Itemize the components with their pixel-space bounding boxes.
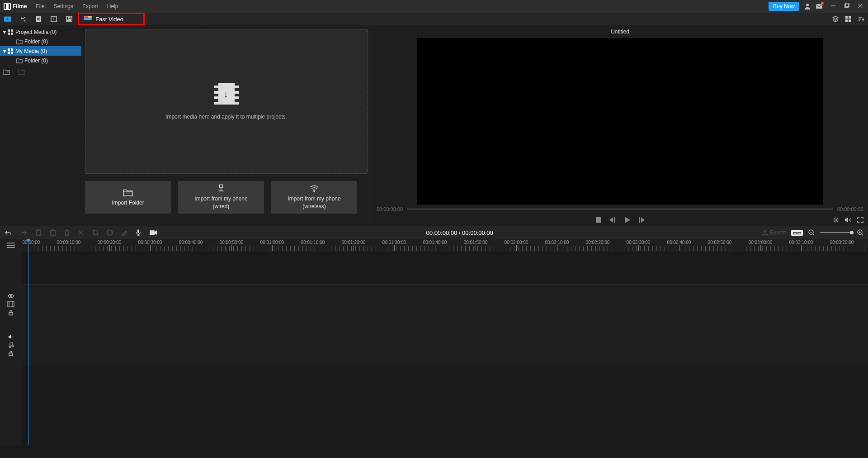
stop-icon[interactable] xyxy=(596,217,601,223)
timeline-ruler[interactable]: 00:00:00:0000:00:10:0000:00:20:0000:00:3… xyxy=(22,239,868,252)
app-logo: Filme xyxy=(4,3,27,10)
svg-rect-1 xyxy=(816,4,822,9)
svg-rect-27 xyxy=(11,33,13,35)
svg-marker-70 xyxy=(9,335,11,339)
svg-rect-66 xyxy=(8,301,14,307)
track-body[interactable] xyxy=(22,252,868,445)
audio-track-row[interactable] xyxy=(22,325,868,366)
zoom-in-icon[interactable] xyxy=(857,229,863,236)
menu-export[interactable]: Export xyxy=(79,1,102,11)
split-icon xyxy=(78,229,84,236)
menu-file[interactable]: File xyxy=(32,1,48,11)
import-folder-label: Import Folder xyxy=(112,199,144,207)
svg-text:T: T xyxy=(52,17,55,21)
close-icon[interactable] xyxy=(857,3,864,10)
video-track-header[interactable] xyxy=(0,284,22,325)
eye-icon[interactable] xyxy=(8,294,14,298)
import-wireless-sub: (wireless) xyxy=(302,203,326,210)
video-track-icon xyxy=(7,301,14,307)
tree-my-media[interactable]: ▼ My Media (0) xyxy=(0,46,81,56)
media-tab-icon[interactable] xyxy=(0,13,15,25)
ruler-label: 00:00:10:00 xyxy=(57,240,81,245)
playhead-line[interactable] xyxy=(28,252,28,445)
buy-now-button[interactable]: Buy Now xyxy=(769,2,799,11)
folder-icon xyxy=(16,39,23,44)
lock-icon[interactable] xyxy=(9,310,13,315)
folder-open-icon xyxy=(123,188,133,196)
zoom-slider[interactable] xyxy=(820,232,852,233)
effects-tab-icon[interactable] xyxy=(15,13,31,25)
crop-icon xyxy=(92,229,99,236)
timeline-view-toggle[interactable]: ▭▭ xyxy=(791,230,803,236)
svg-rect-20 xyxy=(849,19,851,22)
import-folder-button[interactable]: Import Folder xyxy=(85,181,171,214)
video-track-row[interactable] xyxy=(22,284,868,325)
svg-marker-54 xyxy=(155,230,157,235)
audio-track-icon xyxy=(8,342,14,348)
layers-icon[interactable] xyxy=(832,13,839,25)
video-canvas[interactable] xyxy=(417,38,823,205)
ruler-label: 00:02:30:00 xyxy=(627,240,651,245)
mail-icon[interactable] xyxy=(816,3,823,10)
sort-icon[interactable] xyxy=(857,13,864,25)
lock-icon[interactable] xyxy=(9,351,13,356)
svg-rect-24 xyxy=(8,29,10,32)
prev-frame-icon[interactable] xyxy=(609,217,616,223)
minimize-icon[interactable] xyxy=(830,3,837,10)
add-folder-icon[interactable] xyxy=(3,69,10,75)
text-tab-icon[interactable]: T xyxy=(46,13,61,25)
menu-settings[interactable]: Settings xyxy=(50,1,77,11)
redo-icon xyxy=(20,229,27,236)
zoom-out-icon[interactable] xyxy=(808,229,815,236)
ruler-label: 00:01:50:00 xyxy=(464,240,488,245)
audio-track-header[interactable] xyxy=(0,325,22,366)
undo-icon[interactable] xyxy=(5,229,12,236)
folder-icon xyxy=(16,58,23,63)
grid-view-icon[interactable] xyxy=(844,13,852,25)
speed-icon xyxy=(107,229,113,236)
microphone-icon[interactable] xyxy=(136,229,141,236)
svg-point-39 xyxy=(314,191,315,192)
ruler-label: 00:00:00:00 xyxy=(22,240,40,245)
fast-video-button[interactable]: Fast Video xyxy=(78,13,145,25)
tree-my-folder[interactable]: Folder (0) xyxy=(0,56,81,65)
tree-project-media[interactable]: ▼ Project Media (0) xyxy=(0,27,81,37)
ruler-label: 00:00:20:00 xyxy=(98,240,122,245)
import-dropzone[interactable]: ↓ Import media here and apply it to mult… xyxy=(85,29,368,174)
preview-progress: 00:00:00:00 00:00:00:00 xyxy=(372,205,868,214)
logo-icon xyxy=(4,3,11,10)
preview-time-left: 00:00:00:00 xyxy=(377,206,403,212)
ruler-label: 00:02:20:00 xyxy=(586,240,610,245)
svg-rect-40 xyxy=(596,217,601,223)
svg-rect-53 xyxy=(150,230,155,235)
user-icon[interactable] xyxy=(804,3,811,10)
svg-point-0 xyxy=(806,4,809,6)
preview-seekbar[interactable] xyxy=(407,208,833,210)
speaker-icon[interactable] xyxy=(8,334,14,339)
ruler-label: 00:02:00:00 xyxy=(505,240,528,245)
ruler-label: 00:02:50:00 xyxy=(708,240,732,245)
ruler-label: 00:00:30:00 xyxy=(138,240,162,245)
timeline-menu-icon[interactable] xyxy=(0,239,22,252)
maximize-icon[interactable] xyxy=(844,3,851,10)
import-phone-wireless-button[interactable]: Import from my phone (wireless) xyxy=(271,181,357,214)
tree-project-folder[interactable]: Folder (0) xyxy=(0,37,81,46)
play-icon[interactable] xyxy=(624,217,630,223)
fullscreen-icon[interactable] xyxy=(857,217,863,223)
ruler-label: 00:03:20:00 xyxy=(830,240,854,245)
ruler-label: 00:03:10:00 xyxy=(789,240,813,245)
volume-icon[interactable] xyxy=(844,217,852,223)
settings-icon[interactable] xyxy=(833,217,839,223)
webcam-icon[interactable] xyxy=(149,230,157,235)
delete-icon xyxy=(64,229,70,236)
next-frame-icon[interactable] xyxy=(638,217,645,223)
wifi-icon xyxy=(309,184,319,192)
transitions-tab-icon[interactable] xyxy=(31,13,46,25)
preview-time-right: 00:00:00:00 xyxy=(837,206,863,212)
import-phone-wired-button[interactable]: Import from my phone (wired) xyxy=(178,181,264,214)
audio-tab-icon[interactable] xyxy=(61,13,77,25)
ruler-label: 00:01:00:00 xyxy=(260,240,284,245)
export-label: Export xyxy=(770,229,786,236)
menu-help[interactable]: Help xyxy=(104,1,122,11)
svg-rect-25 xyxy=(11,29,13,32)
